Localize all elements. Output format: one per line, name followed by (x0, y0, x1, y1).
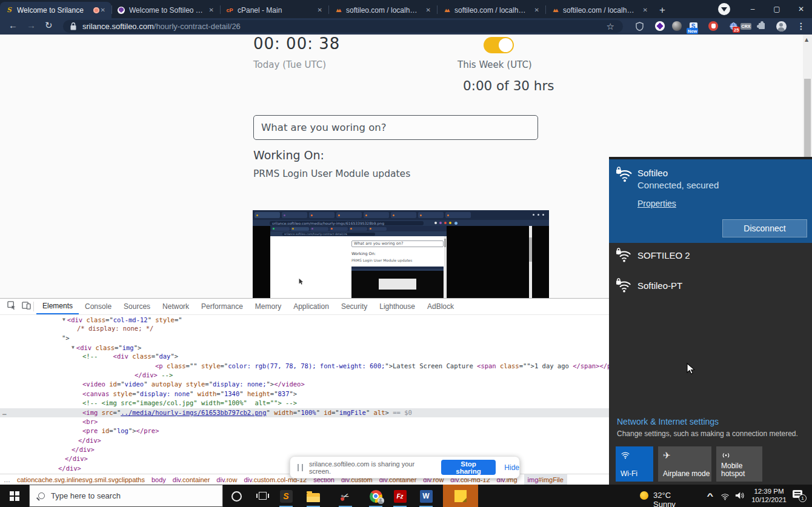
minimize-button[interactable]: – (740, 0, 765, 18)
devtools-tab-memory[interactable]: Memory (249, 299, 287, 314)
quick-action-tile-airplane[interactable]: ✈Airplane mode (658, 446, 711, 482)
devtools-tab-adblock[interactable]: AdBlock (421, 299, 460, 314)
globe-extension-icon[interactable]: 25 (728, 21, 739, 31)
reload-button[interactable]: ↻ (45, 20, 53, 31)
breadcrumb-item[interactable]: … (4, 476, 10, 483)
taskbar-app-sticky-notes[interactable] (443, 485, 478, 507)
taskbar-app-chrome[interactable] (367, 489, 384, 503)
wifi-properties-link[interactable]: Properties (637, 199, 676, 208)
browser-tab-2[interactable]: Welcome to Softileo | We✕ (112, 2, 220, 18)
browser-tab-1[interactable]: SWelcome to Srilance✕ (0, 2, 111, 18)
forward-button[interactable]: → (27, 20, 36, 30)
scrollbar-thumb[interactable] (804, 79, 811, 159)
task-input[interactable] (253, 115, 538, 140)
tab-title: cPanel - Main (238, 6, 313, 15)
breadcrumb-item[interactable]: body (151, 476, 166, 483)
shield-extension-icon[interactable] (634, 21, 645, 31)
taskbar-app-word[interactable]: W (418, 489, 434, 503)
device-toolbar-icon[interactable] (22, 301, 31, 312)
tray-volume-icon[interactable] (735, 491, 744, 502)
devtools-tab-network[interactable]: Network (156, 299, 195, 314)
filezilla-icon: Fz (394, 490, 407, 503)
timer-toggle[interactable] (484, 37, 514, 53)
taskbar-search-box[interactable]: Type here to search (29, 485, 223, 507)
wifi-network-name: Softileo-PT (637, 280, 682, 291)
media-controls-button[interactable] (718, 3, 730, 15)
maximize-button[interactable]: ▢ (765, 0, 789, 18)
inspect-element-icon[interactable] (7, 301, 16, 313)
bookmark-star-icon[interactable]: ☆ (607, 21, 614, 32)
breadcrumb-item[interactable]: cationcache.svg.inlinesvg.smil.svgclippa… (17, 476, 145, 483)
weather-text[interactable]: 32°C Sunny (653, 491, 676, 507)
devtools-gutter-dots[interactable]: … (2, 408, 7, 417)
browser-tab-3[interactable]: cPcPanel - Main✕ (221, 2, 328, 18)
tray-wifi-icon[interactable] (720, 492, 730, 503)
quick-action-tile-wifi[interactable]: Wi-Fi (616, 446, 653, 482)
notification-badge: 1 (799, 494, 807, 502)
diamond-extension-icon[interactable] (654, 21, 665, 31)
devtools-tab-sources[interactable]: Sources (118, 299, 156, 314)
puzzle-extensions-icon[interactable] (756, 21, 767, 31)
s-extension-icon[interactable]: SNew (688, 21, 699, 31)
sticky-notes-icon (454, 490, 467, 502)
scrollbar-up-arrow[interactable]: ▲ (805, 37, 808, 42)
devtools-tab-application[interactable]: Application (287, 299, 335, 314)
quick-action-tile-hotspot[interactable]: Mobile hotspot (716, 446, 762, 482)
devtools-tab-elements[interactable]: Elements (36, 299, 79, 314)
wifi-network-item[interactable]: Softileo-PT (609, 273, 812, 302)
wifi-network-connected[interactable]: Softileo Connected, secured Properties D… (609, 159, 812, 243)
devtools-tab-performance[interactable]: Performance (195, 299, 249, 314)
browser-tab-4[interactable]: ▲▲softileo.com / localhost /✕ (329, 2, 437, 18)
close-button[interactable]: ✕ (789, 0, 812, 18)
devtools-tab-console[interactable]: Console (79, 299, 118, 314)
weather-sun-icon[interactable] (640, 491, 648, 500)
sphere-extension-icon[interactable] (671, 21, 682, 31)
screenshot-inner-tab (330, 227, 348, 231)
tab-close-icon[interactable]: ✕ (316, 7, 324, 13)
hide-banner-button[interactable]: Hide (504, 463, 519, 472)
tray-time: 12:39 PM (750, 488, 788, 496)
breadcrumb-item[interactable]: div.row (216, 476, 237, 483)
screenshot-inner-tab-favicon (350, 228, 352, 230)
tab-close-icon[interactable]: ✕ (533, 7, 541, 13)
taskbar-app-filezilla[interactable]: Fz (391, 489, 408, 503)
cortana-button[interactable] (231, 491, 242, 502)
taskbar-app-snipping-tool[interactable]: ✂ (337, 489, 354, 503)
menu-dots-icon[interactable]: ⋮ (796, 21, 807, 31)
breadcrumb-item[interactable]: div.container (173, 476, 210, 483)
start-button[interactable] (0, 485, 29, 507)
tab-close-icon[interactable]: ✕ (99, 7, 107, 13)
hand-extension-icon[interactable] (708, 21, 719, 31)
network-settings-hint: Change settings, such as making a connec… (617, 429, 798, 438)
extension-badge: New (687, 28, 698, 34)
tab-close-icon[interactable]: ✕ (425, 7, 432, 13)
tab-close-icon[interactable]: ✕ (642, 7, 649, 13)
screenshot-inner-tab (291, 227, 309, 231)
devtools-tab-security[interactable]: Security (335, 299, 373, 314)
wifi-secured-icon (616, 248, 632, 266)
tray-overflow-chevron[interactable]: ^ (707, 491, 713, 500)
search-placeholder: Type here to search (51, 491, 121, 500)
new-tab-button[interactable]: + (654, 2, 671, 18)
wifi-disconnect-button[interactable]: Disconnect (722, 219, 807, 237)
devtools-tab-lighthouse[interactable]: Lighthouse (373, 299, 421, 314)
browser-tab-6[interactable]: ▲▲softileo.com / localhost /✕ (546, 2, 654, 18)
browser-tab-5[interactable]: ▲▲softileo.com / localhost /✕ (438, 2, 545, 18)
stop-sharing-button[interactable]: Stop sharing (441, 460, 496, 475)
crx-extension-icon[interactable]: CRX (740, 21, 751, 31)
tab-title: Welcome to Srilance (17, 6, 88, 15)
tray-clock[interactable]: 12:39 PM 10/12/2021 (750, 488, 788, 504)
back-button[interactable]: ← (8, 20, 18, 30)
screenshot-tab-strip (253, 210, 549, 220)
wifi-network-item[interactable]: SOFTILEO 2 (609, 243, 812, 272)
taskbar-app-sublime-text[interactable]: S (278, 489, 295, 503)
task-view-button[interactable] (259, 492, 267, 500)
taskbar-app-file-explorer[interactable] (305, 489, 322, 503)
profile-avatar[interactable] (776, 21, 787, 31)
tab-close-icon[interactable]: ✕ (208, 7, 215, 13)
address-bar[interactable]: srilance.softileo.com/hourly-contract-de… (63, 20, 623, 33)
breadcrumb-item[interactable]: img#imgFile (524, 474, 567, 485)
wifi-icon (621, 450, 630, 462)
devtools-divider (33, 302, 34, 311)
network-settings-link[interactable]: Network & Internet settings (617, 417, 719, 426)
